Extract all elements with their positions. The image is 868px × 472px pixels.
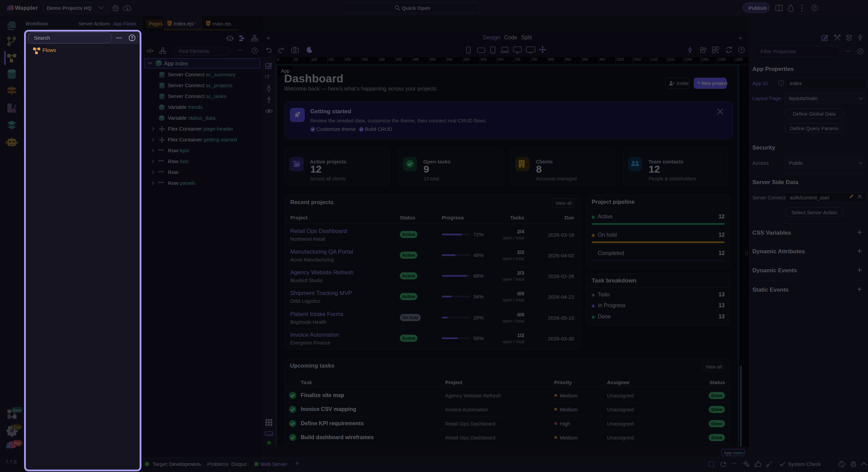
svg-text:?: ? [131,36,134,40]
